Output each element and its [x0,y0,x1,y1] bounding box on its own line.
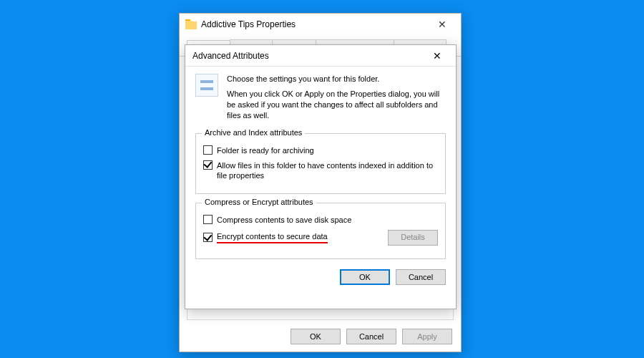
archive-index-group: Archive and Index attributes Folder is r… [195,133,446,194]
advanced-attributes-dialog: Advanced Attributes ✕ Choose the setting… [185,44,457,309]
compress-encrypt-legend: Compress or Encrypt attributes [202,198,316,206]
properties-titlebar[interactable]: Addictive Tips Properties ✕ [180,14,461,35]
close-icon[interactable]: ✕ [428,16,457,32]
indexing-label: Allow files in this folder to have conte… [217,160,438,181]
close-icon[interactable]: ✕ [423,48,452,64]
properties-title: Addictive Tips Properties [201,19,428,29]
advanced-body: Choose the settings you want for this fo… [185,67,456,294]
advanced-title: Advanced Attributes [192,51,423,61]
apply-button[interactable]: Apply [402,329,452,344]
folder-icon [185,19,197,29]
advanced-titlebar[interactable]: Advanced Attributes ✕ [185,45,456,67]
intro-line-1: Choose the settings you want for this fo… [227,74,446,84]
archiving-label: Folder is ready for archiving [217,145,314,155]
cancel-button[interactable]: Cancel [396,269,446,285]
encrypt-checkbox[interactable] [203,233,213,242]
compress-encrypt-group: Compress or Encrypt attributes Compress … [195,203,446,258]
archive-index-legend: Archive and Index attributes [202,128,305,137]
intro-line-2: When you click OK or Apply on the Proper… [227,89,446,121]
details-button[interactable]: Details [388,230,438,246]
ok-button[interactable]: OK [291,329,341,344]
advanced-button-row: OK Cancel [195,269,446,285]
properties-button-row: OK Cancel Apply [291,329,452,344]
compress-checkbox[interactable] [203,215,213,224]
cancel-button[interactable]: Cancel [346,329,396,344]
ok-button[interactable]: OK [340,269,390,285]
attributes-icon [195,74,218,97]
archiving-checkbox[interactable] [203,145,213,155]
encrypt-label: Encrypt contents to secure data [217,231,328,243]
indexing-checkbox[interactable] [203,160,213,170]
compress-label: Compress contents to save disk space [217,215,351,225]
